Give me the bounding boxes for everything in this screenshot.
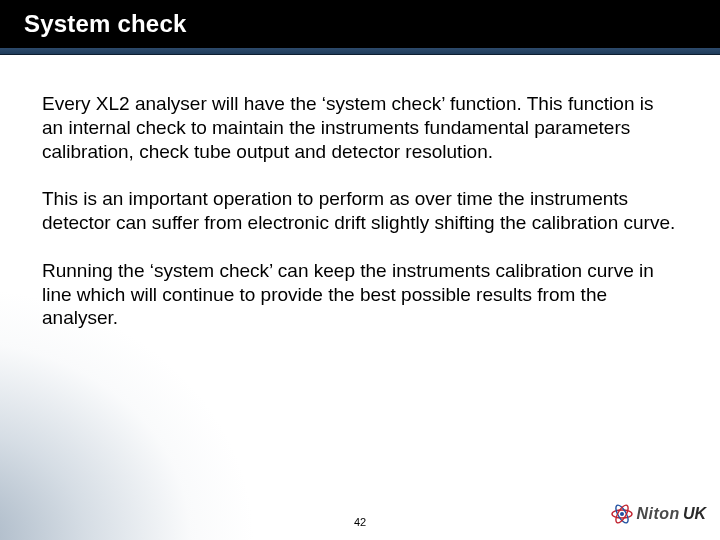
- logo-suffix-text: UK: [683, 505, 706, 523]
- page-number: 42: [354, 516, 366, 528]
- footer: 42 NitonUK: [0, 506, 720, 530]
- paragraph: This is an important operation to perfor…: [42, 187, 678, 235]
- body-text: Every XL2 analyser will have the ‘system…: [42, 92, 678, 354]
- slide: System check Every XL2 analyser will hav…: [0, 0, 720, 540]
- paragraph: Every XL2 analyser will have the ‘system…: [42, 92, 678, 163]
- slide-title: System check: [24, 10, 187, 38]
- paragraph: Running the ‘system check’ can keep the …: [42, 259, 678, 330]
- svg-point-3: [620, 512, 624, 516]
- title-bar: System check: [0, 0, 720, 48]
- logo-brand-text: Niton: [637, 505, 680, 523]
- brand-logo: NitonUK: [610, 502, 706, 526]
- title-underline: [0, 48, 720, 55]
- atom-icon: [610, 502, 634, 526]
